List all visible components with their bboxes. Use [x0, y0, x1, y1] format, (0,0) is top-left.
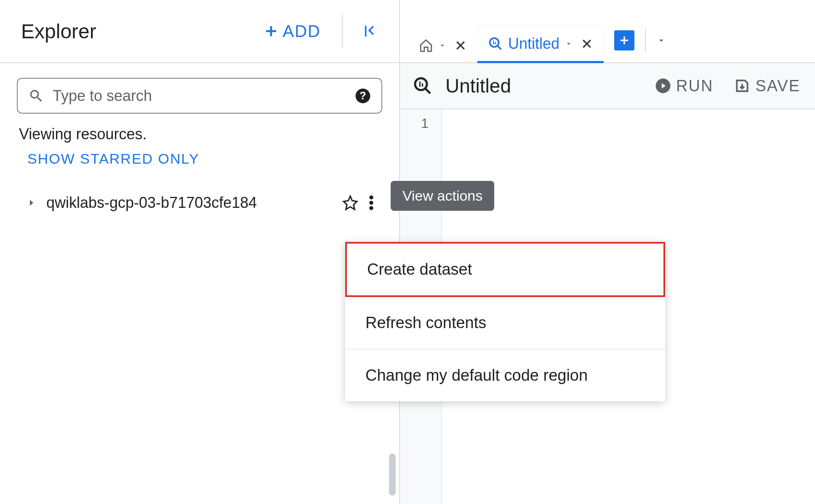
svg-point-9	[490, 38, 499, 47]
home-tab[interactable]	[408, 30, 477, 63]
tab-dropdown-icon[interactable]	[565, 40, 573, 48]
line-number: 1	[400, 116, 429, 131]
svg-rect-11	[493, 41, 494, 45]
query-icon	[488, 36, 503, 51]
svg-point-5	[369, 201, 373, 205]
new-tab-button[interactable]	[614, 30, 634, 50]
scrollbar-thumb[interactable]	[389, 454, 396, 496]
explorer-sidebar: Explorer ADD ? Viewin	[0, 0, 400, 504]
search-input[interactable]	[53, 87, 346, 105]
star-icon[interactable]	[342, 195, 358, 211]
query-title: Untitled	[445, 74, 645, 97]
project-tree-row[interactable]: qwiklabs-gcp-03-b71703cfe184	[17, 190, 382, 215]
svg-rect-12	[495, 42, 496, 45]
show-starred-only-link[interactable]: SHOW STARRED ONLY	[27, 151, 200, 167]
close-tab-icon[interactable]	[454, 39, 467, 52]
resource-view-status: Viewing resources.	[19, 125, 382, 143]
query-icon	[413, 76, 433, 96]
main-area: Untitled	[400, 0, 815, 504]
divider	[342, 14, 343, 48]
new-tab-dropdown-icon[interactable]	[656, 35, 666, 45]
svg-point-6	[369, 206, 373, 210]
svg-rect-19	[419, 82, 421, 87]
home-icon	[419, 38, 433, 53]
save-button[interactable]: SAVE	[724, 73, 811, 99]
add-button[interactable]: ADD	[255, 18, 329, 45]
save-button-label: SAVE	[755, 77, 800, 95]
query-toolbar: Untitled RUN SAVE	[400, 63, 815, 109]
collapse-sidebar-button[interactable]	[355, 18, 382, 45]
tab-dropdown-icon[interactable]	[438, 41, 447, 50]
search-box[interactable]: ?	[17, 78, 382, 114]
help-icon[interactable]: ?	[355, 88, 371, 104]
save-icon	[734, 78, 750, 94]
plus-icon	[264, 24, 279, 39]
search-icon	[28, 88, 44, 104]
divider	[645, 29, 646, 52]
play-icon	[655, 78, 671, 94]
view-actions-tooltip: View actions	[391, 181, 494, 211]
project-name: qwiklabs-gcp-03-b71703cfe184	[46, 194, 342, 212]
add-button-label: ADD	[283, 22, 321, 41]
svg-line-18	[425, 88, 430, 93]
svg-point-17	[415, 78, 427, 90]
project-actions-menu: Create dataset Refresh contents Change m…	[345, 242, 665, 401]
run-button-label: RUN	[676, 77, 713, 95]
tab-strip: Untitled	[400, 0, 815, 63]
svg-rect-20	[422, 83, 423, 87]
query-tab[interactable]: Untitled	[477, 27, 604, 63]
expand-toggle[interactable]	[17, 198, 46, 208]
explorer-header: Explorer ADD	[0, 0, 399, 63]
close-tab-icon[interactable]	[581, 37, 593, 50]
menu-item-change-region[interactable]: Change my default code region	[345, 350, 665, 401]
svg-point-4	[369, 196, 373, 200]
svg-line-10	[498, 46, 501, 50]
svg-text:?: ?	[360, 89, 366, 101]
menu-item-refresh-contents[interactable]: Refresh contents	[345, 297, 665, 349]
explorer-title: Explorer	[21, 20, 255, 43]
run-button[interactable]: RUN	[645, 73, 724, 99]
menu-item-create-dataset[interactable]: Create dataset	[345, 242, 665, 297]
tab-label: Untitled	[508, 35, 559, 53]
more-actions-icon[interactable]	[369, 195, 374, 211]
